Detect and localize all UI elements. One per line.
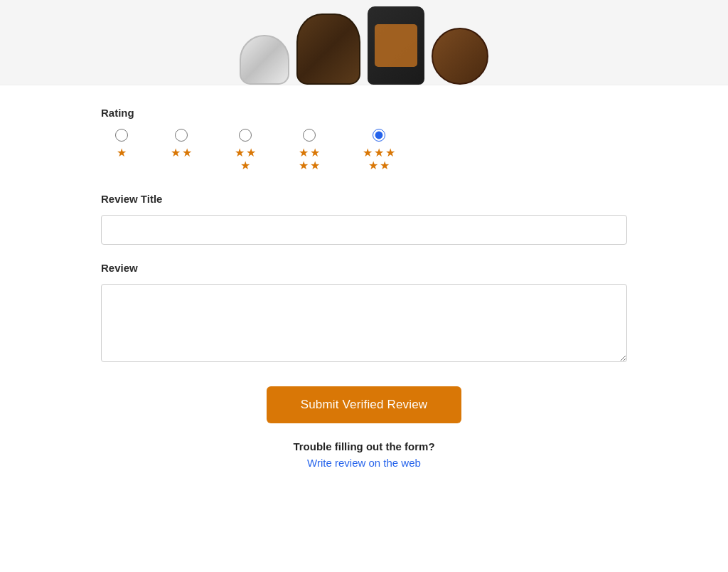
stars-1: ★ <box>117 147 127 159</box>
star: ★ <box>240 160 250 171</box>
star: ★ <box>299 147 309 159</box>
star: ★ <box>385 147 395 159</box>
star: ★ <box>235 147 245 159</box>
product-bottles <box>240 6 488 85</box>
stars-3: ★ ★ ★ <box>235 147 256 171</box>
rating-radio-1[interactable] <box>115 129 128 142</box>
rating-option-1[interactable]: ★ <box>115 129 128 159</box>
bottle-1 <box>240 35 289 85</box>
rating-option-4[interactable]: ★ ★ ★ ★ <box>299 129 320 171</box>
trouble-area: Trouble filling out the form? Write revi… <box>101 440 627 484</box>
star: ★ <box>182 147 192 159</box>
rating-radio-2[interactable] <box>175 129 188 142</box>
rating-option-5[interactable]: ★ ★ ★ ★ ★ <box>363 129 395 171</box>
trouble-text: Trouble filling out the form? <box>101 440 627 452</box>
submit-button[interactable]: Submit Verified Review <box>267 386 462 423</box>
star: ★ <box>363 147 373 159</box>
bottle-2 <box>296 14 360 85</box>
star: ★ <box>310 147 320 159</box>
rating-radio-5[interactable] <box>373 129 385 142</box>
star: ★ <box>246 147 256 159</box>
review-title-label: Review Title <box>101 193 627 205</box>
rating-section: Rating ★ ★ ★ <box>101 107 627 171</box>
stars-5: ★ ★ ★ ★ ★ <box>363 147 395 171</box>
star: ★ <box>117 147 127 159</box>
review-section: Review <box>101 262 627 365</box>
star: ★ <box>374 147 384 159</box>
rating-label: Rating <box>101 107 627 119</box>
review-title-input[interactable] <box>101 215 627 245</box>
rating-radio-3[interactable] <box>239 129 252 142</box>
product-image-area <box>0 0 728 85</box>
submit-area: Submit Verified Review <box>101 386 627 423</box>
bottle-4 <box>432 28 488 85</box>
rating-radio-4[interactable] <box>303 129 316 142</box>
review-title-section: Review Title <box>101 193 627 245</box>
review-label: Review <box>101 262 627 274</box>
stars-2: ★ ★ <box>171 147 192 159</box>
rating-options: ★ ★ ★ ★ ★ <box>101 129 627 171</box>
star: ★ <box>171 147 181 159</box>
bottle-3 <box>368 6 424 85</box>
review-form-container: Rating ★ ★ ★ <box>73 85 655 505</box>
review-textarea[interactable] <box>101 284 627 362</box>
star: ★ <box>368 160 378 171</box>
star: ★ <box>299 160 309 171</box>
stars-4: ★ ★ ★ ★ <box>299 147 320 171</box>
rating-option-3[interactable]: ★ ★ ★ <box>235 129 256 171</box>
rating-option-2[interactable]: ★ ★ <box>171 129 192 159</box>
web-review-link[interactable]: Write review on the web <box>307 457 421 469</box>
star: ★ <box>380 160 390 171</box>
star: ★ <box>310 160 320 171</box>
